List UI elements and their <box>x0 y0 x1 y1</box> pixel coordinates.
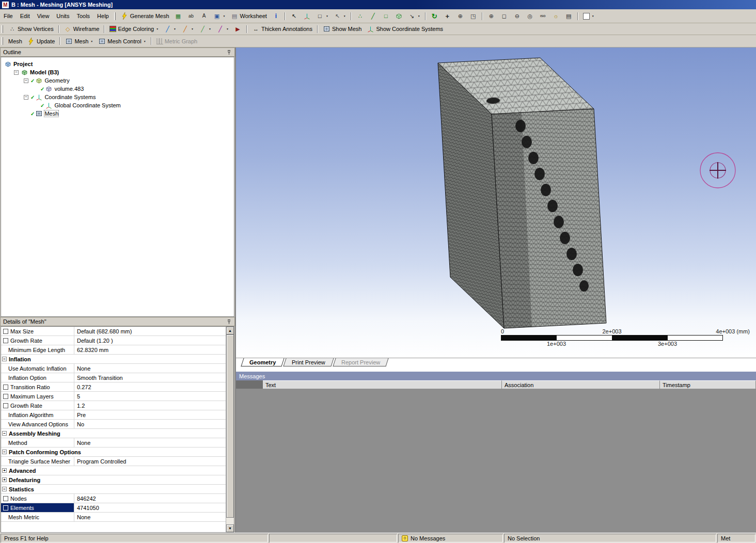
spellcheck-button[interactable]: ab <box>185 11 198 21</box>
scroll-down-button[interactable]: ▼ <box>226 524 234 532</box>
menu-file[interactable]: File <box>0 12 17 20</box>
property-value-cell[interactable]: 846242 <box>74 494 226 503</box>
property-value-cell[interactable]: 5 <box>74 392 226 401</box>
dropdown-arrow-icon[interactable]: ▼ <box>592 14 594 18</box>
pin-icon[interactable] <box>226 50 232 55</box>
dropdown-arrow-icon[interactable]: ▼ <box>156 27 159 30</box>
property-value-cell[interactable]: 4741050 <box>74 503 226 512</box>
explode-arrow-button[interactable]: ▶ <box>231 24 244 34</box>
extend-selection-button[interactable]: ↘▼ <box>405 11 423 21</box>
property-label-cell[interactable]: Method <box>1 438 74 447</box>
select-mode-button[interactable]: ↖ <box>288 11 301 21</box>
details-section-assembly-meshing[interactable]: −Assembly Meshing <box>1 429 226 438</box>
status-messages[interactable]: 0No Messages <box>398 534 503 542</box>
checkbox[interactable] <box>3 496 8 501</box>
details-scrollbar[interactable]: ▲ ▼ <box>226 327 234 532</box>
mesh-menu-button[interactable]: Mesh▼ <box>62 36 96 46</box>
property-label-cell[interactable]: Max Size <box>1 327 74 336</box>
edge-midside-button[interactable]: ╱▼ <box>179 24 196 34</box>
mesh-edit-button[interactable]: ▦ <box>172 11 185 21</box>
dropdown-arrow-icon[interactable]: ▼ <box>191 27 194 30</box>
iso-view-button[interactable]: ISO <box>537 11 549 21</box>
zoom-fit-button[interactable]: ◻ <box>498 11 511 21</box>
menu-edit[interactable]: Edit <box>17 12 34 20</box>
checkbox[interactable] <box>3 338 8 343</box>
property-value-cell[interactable]: No <box>74 420 226 428</box>
image-button[interactable]: ▣▼ <box>211 11 228 21</box>
minus-expander-icon[interactable]: − <box>2 487 7 491</box>
property-label-cell[interactable]: Triangle Surface Mesher <box>1 457 74 466</box>
property-value-cell[interactable]: Default (1.20 ) <box>74 336 226 345</box>
dropdown-arrow-icon[interactable]: ▼ <box>418 14 420 18</box>
zoom-out-button[interactable]: ⊖ <box>511 11 524 21</box>
menu-help[interactable]: Help <box>93 12 113 20</box>
thicken-annotations-button[interactable]: ↔Thicken Annotations <box>249 24 315 34</box>
details-section-statistics[interactable]: −Statistics <box>1 485 226 494</box>
plus-expander-icon[interactable]: + <box>2 477 7 482</box>
model-viewport[interactable]: 02e+0034e+003 (mm) 1e+0033e+003 <box>236 47 756 358</box>
minus-expander-icon[interactable]: − <box>2 431 7 436</box>
select-box-button[interactable]: □▼ <box>313 11 331 21</box>
mesh-toolbar-label[interactable]: Mesh <box>6 36 25 46</box>
rotate-button[interactable]: ↻ <box>428 11 441 21</box>
mesh-control-button[interactable]: Mesh Control▼ <box>96 36 148 46</box>
tab-report-preview[interactable]: Report Preview <box>333 358 389 366</box>
property-value-cell[interactable]: 62.8320 mm <box>74 345 226 354</box>
property-value-cell[interactable]: Smooth Transition <box>74 373 226 382</box>
property-label-cell[interactable]: Growth Rate <box>1 336 74 345</box>
details-section-defeaturing[interactable]: +Defeaturing <box>1 475 226 485</box>
property-label-cell[interactable]: Inflation Algorithm <box>1 410 74 419</box>
dropdown-arrow-icon[interactable]: ▼ <box>343 14 346 18</box>
cursor-button[interactable]: ↖▼ <box>331 11 349 21</box>
scrollbar-thumb[interactable] <box>226 334 234 518</box>
minus-expander-icon[interactable]: − <box>2 357 7 361</box>
tree-node-volume-483[interactable]: ✓volume.483 <box>1 85 234 93</box>
edge-style-button[interactable]: ╱▼ <box>214 24 231 34</box>
menu-tools[interactable]: Tools <box>73 12 93 20</box>
dropdown-arrow-icon[interactable]: ▼ <box>223 14 226 18</box>
worksheet-button[interactable]: ▤Worksheet <box>228 11 270 21</box>
details-section-patch-conforming-options[interactable]: −Patch Conforming Options <box>1 448 226 457</box>
property-value-cell[interactable]: 0.272 <box>74 382 226 391</box>
tree-node-project[interactable]: Project <box>1 60 234 68</box>
plus-expander-icon[interactable]: + <box>2 468 7 473</box>
property-label-cell[interactable]: Minimum Edge Length <box>1 345 74 354</box>
tree-node-geometry[interactable]: −✓Geometry <box>1 76 234 85</box>
property-value-cell[interactable]: Pre <box>74 410 226 419</box>
keyboard-button[interactable]: ▤ <box>562 11 575 21</box>
show-mesh-button[interactable]: Show Mesh <box>320 24 364 34</box>
property-label-cell[interactable]: Mesh Metric <box>1 513 74 521</box>
show-vertices-button[interactable]: ∴Show Vertices <box>6 24 56 34</box>
checkbox[interactable] <box>3 394 8 399</box>
dropdown-arrow-icon[interactable]: ▼ <box>144 40 146 43</box>
pick-edge-button[interactable]: ╱ <box>367 11 380 21</box>
pick-body-button[interactable] <box>392 11 405 21</box>
scroll-up-button[interactable]: ▲ <box>226 327 234 334</box>
color-swatch-button[interactable]: ▼ <box>580 11 597 21</box>
property-label-cell[interactable]: View Advanced Options <box>1 420 74 428</box>
checkbox[interactable] <box>3 329 8 334</box>
property-value-cell[interactable]: None <box>74 364 226 373</box>
info-button[interactable]: i <box>270 11 282 21</box>
dropdown-arrow-icon[interactable]: ▼ <box>174 27 176 30</box>
property-label-cell[interactable]: Growth Rate <box>1 401 74 410</box>
show-coordinate-systems-button[interactable]: Show Coordinate Systems <box>364 24 446 34</box>
checkbox[interactable] <box>3 403 8 408</box>
pan-button[interactable]: + <box>441 11 454 21</box>
annotation-button[interactable]: A <box>198 11 211 21</box>
wireframe-button[interactable]: ◇Wireframe <box>61 24 102 34</box>
property-label-cell[interactable]: Inflation Option <box>1 373 74 382</box>
dropdown-arrow-icon[interactable]: ▼ <box>90 40 93 43</box>
tree-node-mesh[interactable]: ✓Mesh <box>1 109 234 118</box>
edge-direction-button[interactable]: ╱▼ <box>161 24 179 34</box>
tab-print-preview[interactable]: Print Preview <box>284 358 334 366</box>
property-label-cell[interactable]: Maximum Layers <box>1 392 74 401</box>
property-label-cell[interactable]: Use Automatic Inflation <box>1 364 74 373</box>
details-section-advanced[interactable]: +Advanced <box>1 466 226 475</box>
property-value-cell[interactable]: 1.2 <box>74 401 226 410</box>
menu-units[interactable]: Units <box>53 12 73 20</box>
menu-view[interactable]: View <box>34 12 53 20</box>
update-button[interactable]: Update <box>25 36 57 46</box>
messages-column-timestamp[interactable]: Timestamp <box>660 380 756 389</box>
property-value-cell[interactable]: Program Controlled <box>74 457 226 466</box>
